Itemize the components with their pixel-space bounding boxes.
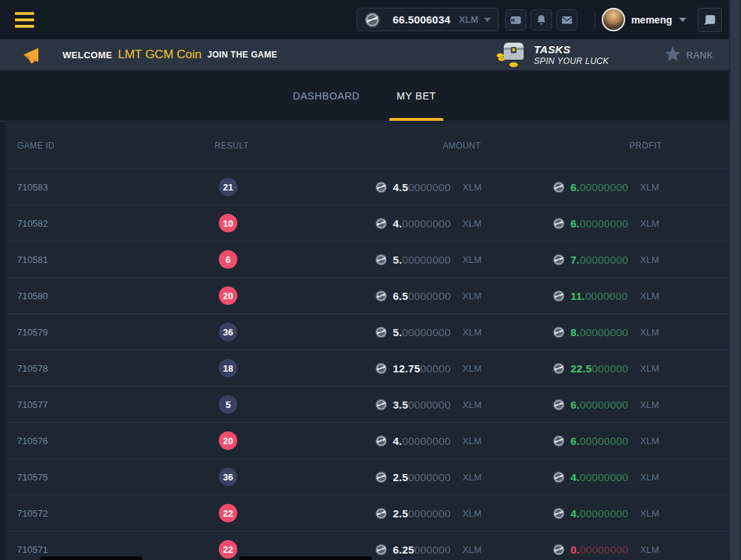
profit-cell: 6.00000000 XLM [553,399,729,411]
header-amount: AMOUNT [375,141,553,151]
xlm-coin-icon [553,544,565,556]
scrollbar-thumb[interactable] [730,0,740,560]
wallet-icon [509,13,523,27]
result-cell: 22 [212,504,375,522]
megaphone-icon [21,45,41,64]
profit-currency: XLM [640,254,659,265]
result-badge: 36 [219,468,237,486]
balance-selector[interactable]: 66.5006034 XLM [357,8,499,31]
amount-currency: XLM [463,472,482,483]
result-badge: 20 [219,431,237,450]
result-badge: 22 [219,504,237,522]
amount-currency: XLM [463,508,482,519]
mail-icon [560,13,574,27]
result-cell: 21 [212,178,375,196]
profit-currency: XLM [640,544,659,555]
xlm-coin-icon [375,471,387,483]
balance-currency: XLM [459,14,478,25]
tasks-title: TASKS [534,43,609,55]
xlm-coin-icon [375,435,387,447]
table-row: 710580 20 6.50000000 XLM [6,277,729,313]
game-id: 710572 [6,508,212,519]
xlm-coin-icon [375,507,387,519]
amount-currency: XLM [463,291,482,301]
xlm-coin-icon [553,254,565,266]
table-row: 710571 22 6.25000000 XLM [6,531,729,560]
result-cell: 20 [212,431,375,450]
chat-icon [703,13,717,27]
amount-cell: 12.7500000 XLM [375,362,553,375]
result-cell: 6 [212,250,375,269]
chat-button[interactable] [698,8,722,32]
result-cell: 10 [212,214,375,232]
profit-cell: 11.0000000 XLM [553,290,729,302]
table-row: 710583 21 4.50000000 XLM [6,168,729,205]
result-cell: 5 [212,395,375,414]
balance-amount: 66.5006034 [393,14,450,26]
amount-cell: 6.25000000 XLM [375,544,553,556]
table-body: 710583 21 4.50000000 XLM [6,168,729,560]
result-badge: 20 [219,286,237,305]
result-cell: 18 [212,359,375,377]
topbar-divider [595,11,595,29]
profit-currency: XLM [640,399,659,410]
mail-button[interactable] [556,9,578,31]
table-row: 710576 20 4.00000000 XLM [6,422,729,458]
game-id: 710580 [6,291,212,301]
amount-cell: 4.00000000 XLM [375,217,553,230]
amount-cell: 4.50000000 XLM [375,181,553,193]
result-cell: 20 [212,286,375,305]
xlm-coin-icon [364,12,380,28]
tab-dashboard[interactable]: DASHBOARD [286,70,367,121]
rank-link[interactable]: RANK [664,45,713,65]
table-row: 710572 22 2.50000000 XLM [6,495,729,531]
game-id: 710581 [6,254,212,265]
game-id: 710579 [6,327,212,338]
amount-cell: 4.00000000 XLM [375,435,553,447]
bell-icon [534,13,548,27]
profit-cell: 7.00000000 XLM [553,254,729,266]
amount-cell: 3.50000000 XLM [375,399,553,411]
welcome-text: WELCOME [63,50,112,60]
amount-currency: XLM [463,436,482,446]
result-badge: 5 [219,395,237,414]
header-profit: PROFIT [553,141,729,151]
result-badge: 22 [219,540,237,559]
star-icon [664,45,681,65]
xlm-coin-icon [375,362,387,375]
profit-currency: XLM [640,218,659,229]
xlm-coin-icon [375,181,387,193]
hamburger-menu-icon[interactable] [15,9,34,31]
profit-cell: 6.00000000 XLM [553,435,729,447]
user-menu[interactable]: memeng [602,8,686,31]
tasks-link[interactable]: TASKS SPIN YOUR LUCK [494,38,609,71]
xlm-coin-icon [553,290,565,302]
tabbar: DASHBOARD MY BET [0,70,729,122]
wallet-button[interactable] [505,9,526,31]
scrollbar-track[interactable] [729,0,741,560]
amount-cell: 5.00000000 XLM [375,326,553,338]
username: memeng [631,14,672,26]
xlm-coin-icon [375,217,387,230]
xlm-coin-icon [375,544,387,556]
amount-cell: 6.50000000 XLM [375,290,553,302]
tab-my-bet[interactable]: MY BET [389,70,443,121]
coin-name-text: LMT GCM Coin [118,48,202,62]
game-id: 710575 [6,472,212,483]
table-row: 710581 6 5.00000000 XLM [6,241,729,277]
profit-cell: 6.00000000 XLM [553,181,729,193]
notifications-button[interactable] [531,9,552,31]
treasure-chest-icon [494,38,529,71]
profit-currency: XLM [640,363,659,374]
game-id: 710576 [6,436,212,446]
result-badge: 10 [219,214,237,232]
table-row: 710577 5 3.50000000 XLM [6,386,729,422]
tasks-subtitle: SPIN YOUR LUCK [534,56,609,66]
xlm-coin-icon [553,507,565,519]
header-game-id: GAME ID [6,141,212,151]
avatar[interactable] [602,8,625,31]
profit-cell: 22.5000000 XLM [553,362,729,375]
table-row: 710582 10 4.00000000 XLM [6,205,729,241]
result-badge: 18 [219,359,237,377]
header-result: RESULT [212,141,375,151]
